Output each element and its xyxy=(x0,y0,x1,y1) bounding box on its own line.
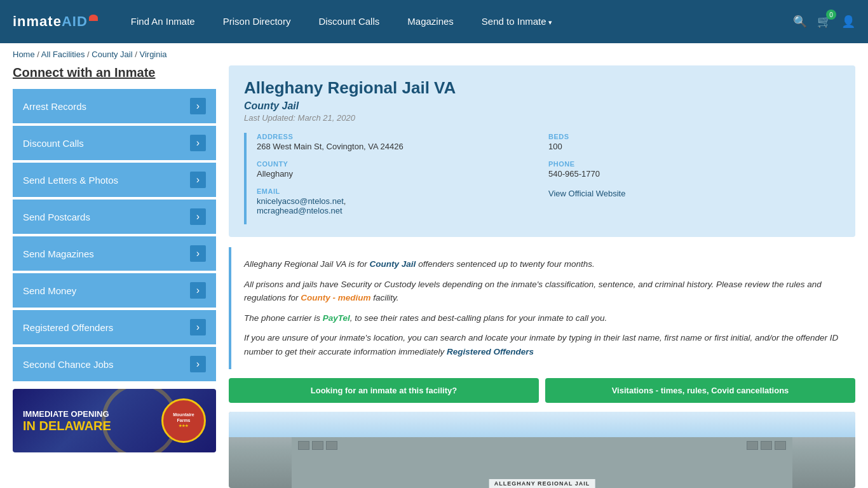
logo-text: inmateAID xyxy=(13,13,88,30)
email-link2[interactable]: mcraghead@ntelos.net xyxy=(257,206,342,215)
content-area: Alleghany Regional Jail VA County Jail L… xyxy=(229,65,855,488)
breadcrumb-county-jail[interactable]: County Jail xyxy=(92,50,132,59)
arrow-icon: › xyxy=(190,282,206,299)
arrow-icon: › xyxy=(190,356,206,372)
phone-value: 540-965-1770 xyxy=(548,169,840,179)
breadcrumb-virginia[interactable]: Virginia xyxy=(139,50,166,59)
breadcrumb: Home / All Facilities / County Jail / Vi… xyxy=(0,43,868,65)
paytel-link[interactable]: PayTel xyxy=(323,313,350,323)
phone-label: PHONE xyxy=(548,160,840,168)
sidebar-item-discount-calls[interactable]: Discount Calls › xyxy=(13,126,216,160)
desc-p4: If you are unsure of your inmate's locat… xyxy=(244,331,843,358)
beds-value: 100 xyxy=(548,142,840,151)
address-group: ADDRESS 268 West Main St, Covington, VA … xyxy=(257,133,548,151)
ad-line2: IN DELAWARE xyxy=(23,419,111,433)
arrow-icon: › xyxy=(190,208,206,225)
website-group: View Official Website xyxy=(548,187,840,215)
logo-hat-icon xyxy=(89,15,98,21)
facility-details: ADDRESS 268 West Main St, Covington, VA … xyxy=(244,133,840,224)
facility-title: Alleghany Regional Jail VA xyxy=(244,78,840,98)
nav-icons: 🔍 🛒 0 👤 xyxy=(793,15,855,29)
window xyxy=(747,441,758,450)
county-value: Alleghany xyxy=(257,169,548,179)
ad-text: IMMEDIATE OPENING IN DELAWARE xyxy=(23,409,111,433)
beds-group: BEDS 100 xyxy=(548,133,840,151)
ad-line1: IMMEDIATE OPENING xyxy=(23,409,111,419)
sidebar-item-second-chance-jobs[interactable]: Second Chance Jobs › xyxy=(13,347,216,381)
jail-image: ALLEGHANY REGIONAL JAIL xyxy=(229,412,855,488)
email-label: EMAIL xyxy=(257,187,548,195)
navigation: inmateAID Find An Inmate Prison Director… xyxy=(0,0,868,43)
nav-send-to-inmate[interactable]: Send to Inmate xyxy=(468,0,566,44)
phone-group: PHONE 540-965-1770 xyxy=(548,160,840,179)
window xyxy=(312,441,323,450)
registered-offenders-link[interactable]: Registered Offenders xyxy=(447,347,534,356)
facility-updated: Last Updated: March 21, 2020 xyxy=(244,113,840,123)
arrow-icon: › xyxy=(190,319,206,336)
nav-magazines[interactable]: Magazines xyxy=(393,0,468,43)
sidebar-item-send-letters[interactable]: Send Letters & Photos › xyxy=(13,163,216,197)
cart-icon[interactable]: 🛒 0 xyxy=(817,15,831,29)
nav-prison-directory[interactable]: Prison Directory xyxy=(209,0,305,43)
search-icon[interactable]: 🔍 xyxy=(793,15,807,29)
email-link1[interactable]: knicelyacso@ntelos.net xyxy=(257,196,344,206)
arrow-icon: › xyxy=(190,172,206,188)
description-section: Alleghany Regional Jail VA is for County… xyxy=(229,247,855,369)
cart-badge: 0 xyxy=(826,10,836,20)
action-buttons: Looking for an inmate at this facility? … xyxy=(229,378,855,403)
sidebar-title: Connect with an Inmate xyxy=(13,65,216,80)
user-icon[interactable]: 👤 xyxy=(841,15,855,29)
desc-p3: The phone carrier is PayTel, to see thei… xyxy=(244,311,843,325)
sidebar-item-send-money[interactable]: Send Money › xyxy=(13,273,216,308)
ad-banner[interactable]: IMMEDIATE OPENING IN DELAWARE MountaireF… xyxy=(13,389,216,452)
building-sign: ALLEGHANY REGIONAL JAIL xyxy=(489,479,595,488)
county-medium-link[interactable]: County - medium xyxy=(301,293,370,302)
website-link[interactable]: View Official Website xyxy=(548,189,625,198)
sidebar-item-send-magazines[interactable]: Send Magazines › xyxy=(13,236,216,271)
county-jail-link[interactable]: County Jail xyxy=(370,259,416,269)
sidebar-item-send-postcards[interactable]: Send Postcards › xyxy=(13,200,216,234)
email-value1: knicelyacso@ntelos.net, mcraghead@ntelos… xyxy=(257,196,548,215)
visitations-button[interactable]: Visitations - times, rules, Covid cancel… xyxy=(545,378,855,403)
ad-logo: MountaireFarms★★★ xyxy=(161,398,206,443)
sidebar-item-registered-offenders[interactable]: Registered Offenders › xyxy=(13,310,216,344)
address-value: 268 West Main St, Covington, VA 24426 xyxy=(257,142,548,151)
arrow-icon: › xyxy=(190,245,206,262)
site-logo[interactable]: inmateAID xyxy=(13,13,98,30)
nav-links: Find An Inmate Prison Directory Discount… xyxy=(117,0,793,44)
logo-aid: AID xyxy=(62,13,88,29)
sidebar-item-arrest-records[interactable]: Arrest Records › xyxy=(13,89,216,123)
facility-type: County Jail xyxy=(244,100,840,112)
nav-discount-calls[interactable]: Discount Calls xyxy=(304,0,393,43)
facility-card: Alleghany Regional Jail VA County Jail L… xyxy=(229,65,855,237)
breadcrumb-all-facilities[interactable]: All Facilities xyxy=(41,50,85,59)
arrow-icon: › xyxy=(190,98,206,114)
nav-find-inmate[interactable]: Find An Inmate xyxy=(117,0,209,43)
window xyxy=(326,441,337,450)
desc-p1: Alleghany Regional Jail VA is for County… xyxy=(244,257,843,271)
find-inmate-button[interactable]: Looking for an inmate at this facility? xyxy=(229,378,539,403)
email-group: EMAIL knicelyacso@ntelos.net, mcraghead@… xyxy=(257,187,548,215)
main-container: Connect with an Inmate Arrest Records › … xyxy=(0,65,868,488)
window xyxy=(775,441,786,450)
desc-p2: All prisons and jails have Security or C… xyxy=(244,278,843,305)
county-label: COUNTY xyxy=(257,160,548,168)
arrow-icon: › xyxy=(190,135,206,151)
breadcrumb-home[interactable]: Home xyxy=(13,50,35,59)
address-label: ADDRESS xyxy=(257,133,548,140)
beds-label: BEDS xyxy=(548,133,840,140)
window xyxy=(298,441,309,450)
county-group: COUNTY Alleghany xyxy=(257,160,548,179)
window xyxy=(761,441,772,450)
sidebar: Connect with an Inmate Arrest Records › … xyxy=(13,65,216,488)
